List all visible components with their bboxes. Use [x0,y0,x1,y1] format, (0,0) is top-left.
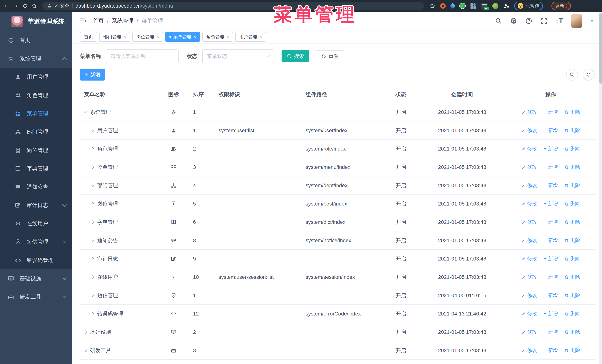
extension-gem-icon[interactable] [450,3,455,9]
delete-link[interactable]: 删除 [564,256,580,262]
bookmark-star-icon[interactable] [429,3,435,9]
sidebar-item-sms[interactable]: 短信管理 [0,233,72,251]
extension-on-icon[interactable]: on [481,3,487,9]
add-link[interactable]: +新增 [544,347,558,354]
sidebar-item-menu[interactable]: 菜单管理 [0,104,72,123]
add-link[interactable]: +新增 [544,164,558,170]
table-row[interactable]: 在线用户10system:user-session:listsystem/ses… [80,268,595,286]
breadcrumb-system[interactable]: 系统管理 [112,17,133,25]
menu-name-input[interactable] [106,49,179,63]
delete-link[interactable]: 删除 [564,347,580,354]
delete-link[interactable]: 删除 [564,311,580,317]
scrollbar-track[interactable] [599,12,602,364]
add-link[interactable]: +新增 [544,311,558,317]
add-link[interactable]: +新增 [544,146,558,152]
table-row[interactable]: 系统管理1开启2021-01-05 17:03:48修改+新增删除 [80,103,595,122]
expand-right-icon[interactable] [91,294,94,297]
table-row[interactable]: 基础设施2开启2021-01-05 17:03:48修改+新增删除 [80,323,595,341]
browser-home-icon[interactable] [32,3,37,9]
toggle-search-button[interactable] [566,69,578,81]
add-link[interactable]: +新增 [544,200,558,207]
table-row[interactable]: 菜单管理3system/menu/index开启2021-01-05 17:03… [80,158,595,177]
delete-link[interactable]: 删除 [564,200,580,207]
edit-link[interactable]: 修改 [521,200,537,207]
add-link[interactable]: +新增 [544,256,558,262]
logo[interactable]: 芋道管理系统 [0,12,72,31]
edit-link[interactable]: 修改 [521,146,537,152]
sidebar-item-notice[interactable]: 通知公告 [0,178,72,196]
tab-首页[interactable]: 首页 [80,32,97,42]
delete-link[interactable]: 删除 [564,109,580,115]
sidebar-item-devtool[interactable]: 研发工具 [0,288,72,306]
refresh-table-button[interactable] [583,69,595,81]
add-link[interactable]: +新增 [544,237,558,244]
sidebar-item-dict[interactable]: 字典管理 [0,159,72,178]
extension-tiles-icon[interactable] [471,3,476,9]
back-icon[interactable] [4,3,9,9]
sidebar-item-online[interactable]: 在线用户 [0,214,72,233]
sidebar-item-home[interactable]: 首页 [0,31,72,49]
edit-link[interactable]: 修改 [521,274,537,280]
tab-菜单管理[interactable]: 菜单管理× [165,32,200,42]
add-button[interactable]: + 新增 [80,69,105,81]
edit-link[interactable]: 修改 [521,347,537,354]
scrollbar-thumb[interactable] [599,13,602,84]
edit-link[interactable]: 修改 [521,237,537,244]
table-row[interactable]: 部门管理4system/dept/index开启2021-01-05 17:03… [80,177,595,195]
edit-link[interactable]: 修改 [521,109,537,115]
delete-link[interactable]: 删除 [564,164,580,170]
edit-link[interactable]: 修改 [521,182,537,189]
table-row[interactable]: 岗位管理5system/post/index开启2021-01-05 17:03… [80,195,595,213]
table-row[interactable]: 用户管理1system:user:listsystem/user/index开启… [80,122,595,140]
delete-link[interactable]: 删除 [564,329,580,335]
close-icon[interactable]: × [194,35,196,39]
reset-button[interactable]: 重置 [316,50,344,62]
sidebar-item-post[interactable]: 岗位管理 [0,141,72,159]
tab-部门管理[interactable]: 部门管理× [99,32,130,42]
table-row[interactable]: 错误码管理12system/errorCode/index开启2021-04-1… [80,305,595,323]
delete-link[interactable]: 删除 [564,274,580,280]
browser-update-button[interactable]: 更新 [551,2,571,10]
font-size-icon[interactable]: TT [556,17,563,24]
table-row[interactable]: 通知公告8system/notice/index开启2021-01-05 17:… [80,231,595,250]
table-row[interactable]: 研发工具3开启2021-01-05 17:03:48修改+新增删除 [80,341,595,360]
close-icon[interactable]: × [156,35,159,39]
delete-link[interactable]: 删除 [564,219,580,225]
table-row[interactable]: 角色管理2system/role/index开启2021-01-05 17:03… [80,140,595,158]
edit-link[interactable]: 修改 [521,292,537,299]
expand-right-icon[interactable] [91,220,94,224]
address-bar[interactable]: 不安全 dashboard.yudao.iocoder.cn/system/me… [42,2,424,10]
paused-extension-badge[interactable]: 已暂停 [514,2,543,10]
expand-right-icon[interactable] [91,147,94,150]
sidebar-item-user[interactable]: 用户管理 [0,68,72,86]
header-search-icon[interactable] [495,17,502,24]
add-link[interactable]: +新增 [544,292,558,299]
delete-link[interactable]: 删除 [564,146,580,152]
expand-right-icon[interactable] [91,275,94,279]
edit-link[interactable]: 修改 [521,127,537,134]
edit-link[interactable]: 修改 [521,219,537,225]
table-row[interactable]: 字典管理6system/dict/index开启2021-01-05 17:03… [80,213,595,231]
tab-岗位管理[interactable]: 岗位管理× [132,32,163,42]
close-icon[interactable]: × [226,35,229,39]
github-icon[interactable] [510,17,517,24]
extension-frog-icon[interactable] [492,3,498,9]
search-button[interactable]: 搜索 [281,50,309,62]
close-icon[interactable]: × [123,35,126,39]
extension-v-icon[interactable]: ✓ [459,3,466,9]
sidebar-item-dept[interactable]: 部门管理 [0,123,72,141]
delete-link[interactable]: 删除 [564,237,580,244]
avatar-caret-down-icon[interactable] [590,20,594,22]
user-avatar[interactable] [571,14,582,28]
kebab-menu-icon[interactable] [566,4,567,8]
hamburger-icon[interactable] [79,17,86,24]
status-select[interactable]: 菜单状态 [202,49,274,63]
table-row[interactable]: 短信管理11开启2021-04-05 01:10:16修改+新增删除 [80,286,595,305]
extension-ubuntu-icon[interactable] [440,3,446,9]
sidebar-item-system[interactable]: 系统管理 [0,49,72,68]
add-link[interactable]: +新增 [544,329,558,335]
expand-right-icon[interactable] [91,129,94,132]
add-link[interactable]: +新增 [544,109,558,115]
fullscreen-icon[interactable] [540,17,548,24]
add-link[interactable]: +新增 [544,127,558,134]
